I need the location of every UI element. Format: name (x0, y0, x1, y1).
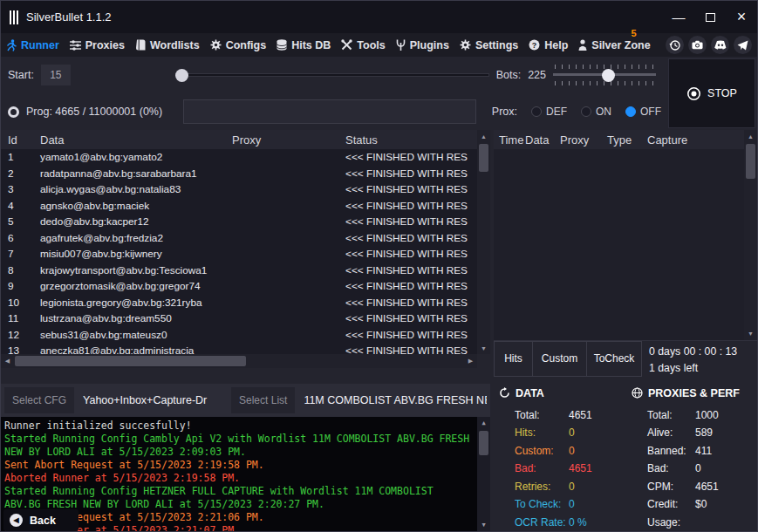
nav-item-settings[interactable]: Settings (460, 39, 518, 51)
scroll-down-icon[interactable]: ▼ (477, 519, 490, 531)
table-row[interactable]: 2 radatpanna@abv.bg:sarabarbara1 <<< FIN… (1, 166, 477, 182)
app-logo-icon (10, 10, 18, 24)
hits-table-header: Time Data Proxy Type Capture (494, 130, 757, 149)
telegram-icon (737, 40, 748, 51)
minimize-button[interactable]: — (663, 1, 694, 33)
nav-item-silver-zone[interactable]: 5 Silver Zone (578, 39, 650, 51)
table-row[interactable]: 3 alicja.wygas@abv.bg:natalia83 <<< FINI… (1, 181, 477, 198)
table-row[interactable]: 7 misiu007@abv.bg:kijwnery <<< FINISHED … (1, 246, 477, 263)
bots-slider-thumb[interactable] (602, 69, 615, 82)
prox-radio-def[interactable]: DEF (531, 106, 567, 118)
nav-item-hits-db[interactable]: Hits DB (277, 39, 331, 51)
app-window: SilverBullet 1.1.2 — × Runner Proxies Wo… (0, 0, 758, 532)
scroll-up-icon[interactable]: ▲ (744, 130, 757, 142)
table-row[interactable]: 12 sebus31@abv.bg:mateusz0 <<< FINISHED … (1, 327, 477, 344)
radio-icon (581, 106, 591, 117)
nav-item-configs[interactable]: Configs (210, 39, 267, 51)
scroll-down-icon[interactable]: ▼ (477, 342, 490, 354)
results-vertical-scrollbar[interactable]: ▲ ▼ (477, 130, 490, 354)
table-row[interactable]: 1 yamato1@abv.bg:yamato2 <<< FINISHED WI… (1, 149, 477, 166)
back-button[interactable]: ◀ Back (3, 509, 79, 531)
table-row[interactable]: 5 dedo@abv.bg:kacper12 <<< FINISHED WITH… (1, 214, 477, 230)
refresh-icon (499, 387, 510, 399)
start-value-field[interactable]: 15 (41, 65, 71, 85)
hits-table: Time Data Proxy Type Capture ▲ ▼ (494, 130, 757, 340)
threads-slider[interactable] (175, 67, 489, 83)
scroll-left-icon[interactable]: ◀ (1, 354, 14, 368)
table-row[interactable]: 8 krajowytransport@abv.bg:Tesciowa1 <<< … (1, 263, 477, 279)
window-controls: — × (663, 1, 757, 33)
hits-vertical-scrollbar[interactable]: ▲ ▼ (744, 130, 757, 340)
scroll-down-icon[interactable]: ▼ (744, 328, 757, 340)
maximize-icon (706, 13, 715, 22)
log-vertical-scrollbar[interactable]: ▲ ▼ (477, 417, 490, 531)
threads-slider-thumb[interactable] (175, 69, 188, 82)
camera-icon (692, 40, 703, 50)
data-stats-header: DATA (499, 387, 625, 399)
table-row[interactable]: 9 grzegorztomasik@abv.bg:gregor74 <<< FI… (1, 278, 477, 295)
days-left: 1 days left (649, 360, 737, 377)
maximize-button[interactable] (694, 1, 726, 33)
bots-label: Bots: (496, 69, 522, 81)
titlebar: SilverBullet 1.1.2 — × (1, 1, 757, 33)
scrollbar-thumb[interactable] (479, 431, 488, 455)
scroll-up-icon[interactable]: ▲ (477, 417, 490, 429)
nav-item-proxies[interactable]: Proxies (70, 39, 125, 51)
data-stats-list: Total:4651 Hits:0 Custom:0 (499, 406, 625, 532)
wordlists-icon (135, 39, 146, 51)
select-list-button[interactable]: Select List (231, 387, 295, 413)
telegram-button[interactable] (734, 36, 752, 54)
stat-row: Total:1000 (632, 406, 757, 425)
silver-zone-badge: 5 (632, 28, 637, 38)
configs-icon (210, 39, 222, 51)
log-line: Started Running Config Cambly Api V2 wit… (4, 433, 473, 459)
nav-item-help[interactable]: ? Help (529, 39, 568, 51)
table-row[interactable]: 13 aneczka81@abv.bg:administracja <<< FI… (1, 343, 477, 354)
slider-ticks (555, 65, 654, 69)
table-row[interactable]: 11 lustrzana@abv.bg:dream550 <<< FINISHE… (1, 310, 477, 327)
nav-item-plugins[interactable]: Plugins (396, 39, 449, 51)
stat-row: Credit:$0 (632, 495, 757, 514)
prox-radio-on[interactable]: ON (581, 106, 611, 118)
scroll-right-icon[interactable]: ▶ (464, 354, 477, 368)
tab-tocheck[interactable]: ToCheck (586, 341, 642, 377)
progress-row: Prog: 4665 / 11000001 (0%) Prox: DEF ON … (1, 93, 668, 130)
scrollbar-thumb[interactable] (479, 144, 488, 172)
stat-row: Retries:0 (499, 478, 625, 496)
history-icon (669, 39, 681, 51)
nav-item-wordlists[interactable]: Wordlists (135, 39, 200, 51)
bots-slider[interactable] (553, 64, 656, 86)
close-button[interactable]: × (726, 1, 757, 33)
prox-label: Prox: (492, 106, 517, 118)
selected-wordlist-name: 11M COMBOLIST ABV.BG FRESH NEW BY LO (304, 394, 487, 406)
stat-row: Bad:0 (632, 460, 757, 478)
stat-row: To Check:0 (499, 495, 625, 514)
results-grid-header: Id Data Proxy Status (1, 130, 490, 149)
tab-hits[interactable]: Hits (494, 341, 533, 377)
tab-custom[interactable]: Custom (532, 341, 587, 377)
prox-radio-off[interactable]: OFF (625, 106, 661, 118)
nav-item-tools[interactable]: Tools (341, 39, 385, 51)
proxy-stats-header: PROXIES & PERF (632, 387, 757, 399)
select-cfg-button[interactable]: Select CFG (4, 387, 74, 413)
table-row[interactable]: 6 agafrutek@abv.bg:fredzia2 <<< FINISHED… (1, 230, 477, 247)
hits-tabs-row: Hits Custom ToCheck 0 days 00 : 00 : 13 … (494, 340, 757, 377)
threads-row: Start: 15 Bots: 225 (1, 57, 668, 93)
start-label: Start: (8, 69, 34, 81)
scrollbar-thumb[interactable] (746, 144, 755, 179)
selected-config-name: Yahoo+Inbox+Capture-Dr (83, 394, 222, 406)
table-row[interactable]: 10 legionista.gregory@abv.bg:321ryba <<<… (1, 295, 477, 311)
nav-item-runner[interactable]: Runner (6, 39, 59, 51)
scrollbar-thumb[interactable] (15, 356, 246, 366)
stats-panel: DATA Total:4651 Hits:0 (494, 377, 757, 532)
filter-input[interactable] (183, 99, 476, 124)
discord-button[interactable] (711, 36, 729, 54)
stop-button[interactable]: STOP (668, 58, 755, 128)
svg-text:?: ? (532, 41, 537, 50)
results-horizontal-scrollbar[interactable]: ◀ ▶ (1, 354, 477, 368)
table-row[interactable]: 4 agnsko@abv.bg:maciek <<< FINISHED WITH… (1, 198, 477, 215)
scroll-up-icon[interactable]: ▲ (477, 130, 490, 142)
runner-controls: Start: 15 Bots: 225 Prog: 4665 / 1100000… (1, 57, 757, 130)
history-button[interactable] (666, 36, 684, 54)
screenshot-button[interactable] (688, 36, 707, 54)
